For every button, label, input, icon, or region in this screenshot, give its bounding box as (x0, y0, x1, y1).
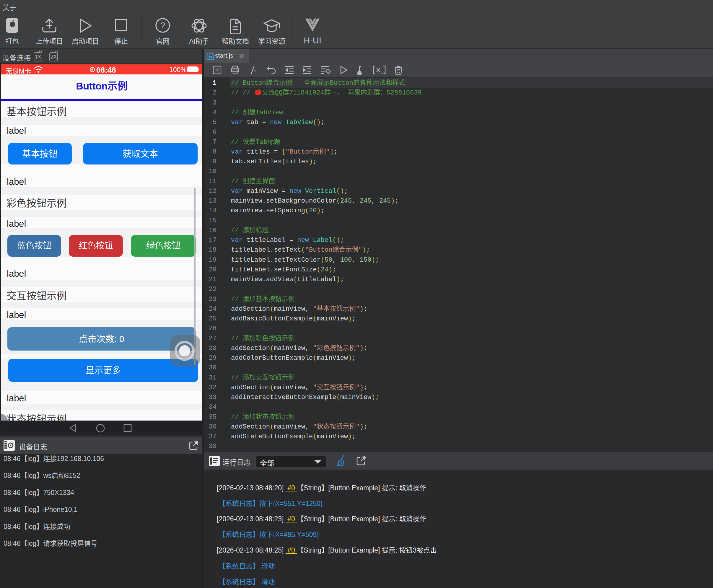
svg-text:Js: Js (208, 55, 212, 59)
svg-text:*: * (253, 68, 257, 75)
svg-text:?: ? (160, 20, 165, 30)
